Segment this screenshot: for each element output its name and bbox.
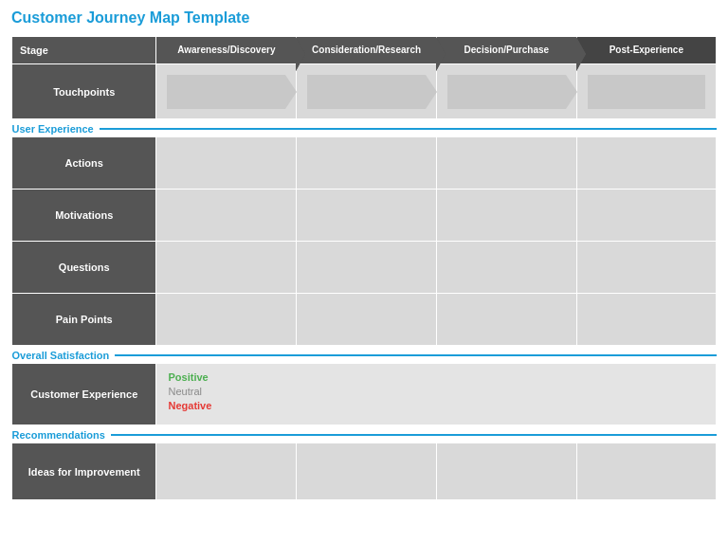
motivations-label: Motivations <box>12 190 156 242</box>
touchpoints-cell-1[interactable] <box>156 64 297 119</box>
painpoints-label: Pain Points <box>12 294 156 346</box>
touchpoints-cell-3[interactable] <box>437 64 577 119</box>
stage-header-decision: Decision/Purchase <box>437 37 577 64</box>
ideas-cell-4[interactable] <box>576 443 716 500</box>
motivations-cell-1[interactable] <box>156 190 297 242</box>
ideas-cell-3[interactable] <box>437 443 577 500</box>
motivations-cell-3[interactable] <box>437 190 577 242</box>
recommendations-divider <box>111 434 717 436</box>
section-overall-satisfaction: Overall Satisfaction <box>12 350 110 361</box>
questions-cell-2[interactable] <box>297 242 437 294</box>
motivations-cell-2[interactable] <box>297 190 437 242</box>
questions-cell-1[interactable] <box>156 242 297 294</box>
cx-content-cell[interactable]: Positive Neutral Negative <box>156 364 717 425</box>
actions-cell-2[interactable] <box>297 137 437 190</box>
cx-negative: Negative <box>168 400 704 411</box>
actions-cell-4[interactable] <box>576 137 716 190</box>
questions-cell-4[interactable] <box>576 242 716 294</box>
ideas-cell-1[interactable] <box>156 443 297 500</box>
painpoints-cell-3[interactable] <box>437 294 577 346</box>
actions-cell-1[interactable] <box>156 137 297 190</box>
motivations-cell-4[interactable] <box>576 190 716 242</box>
questions-cell-3[interactable] <box>437 242 577 294</box>
stage-header-awareness: Awareness/Discovery <box>156 37 297 64</box>
touchpoints-label: Touchpoints <box>12 64 156 119</box>
painpoints-cell-2[interactable] <box>297 294 437 346</box>
stage-header-post: Post-Experience <box>576 37 716 64</box>
section-recommendations: Recommendations <box>12 429 105 441</box>
satisfaction-divider <box>115 354 716 356</box>
stage-header-label: Stage <box>12 37 156 64</box>
ideas-cell-2[interactable] <box>297 443 437 500</box>
touchpoints-cell-2[interactable] <box>297 64 437 119</box>
actions-label: Actions <box>12 137 156 190</box>
page-title: Customer Journey Map Template <box>11 9 717 27</box>
questions-label: Questions <box>12 242 156 294</box>
ideas-label: Ideas for Improvement <box>12 443 156 500</box>
touchpoints-cell-4[interactable] <box>576 64 716 119</box>
user-experience-divider <box>100 128 717 130</box>
cx-label: Customer Experience <box>12 364 156 425</box>
cx-positive: Positive <box>168 371 704 383</box>
cx-neutral: Neutral <box>168 386 704 397</box>
section-user-experience: User Experience <box>12 123 94 135</box>
actions-cell-3[interactable] <box>437 137 577 190</box>
painpoints-cell-4[interactable] <box>576 294 716 346</box>
painpoints-cell-1[interactable] <box>156 294 297 346</box>
stage-header-consideration: Consideration/Research <box>297 37 437 64</box>
